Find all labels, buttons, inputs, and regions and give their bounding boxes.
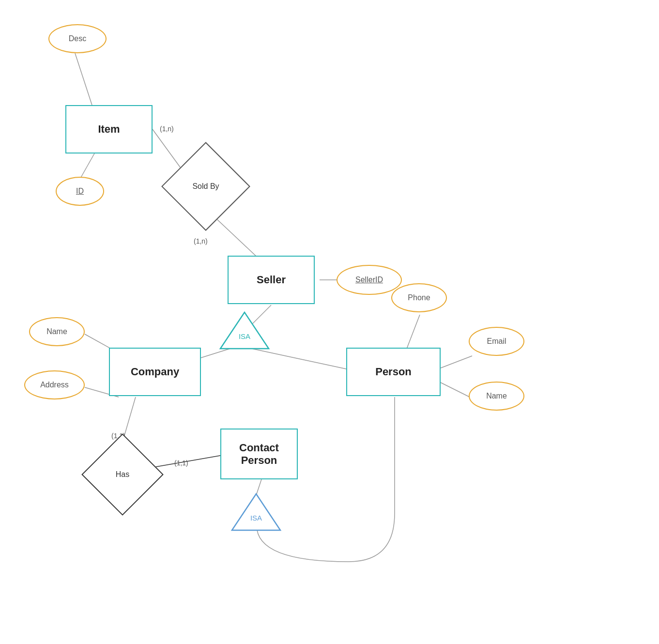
entity-company: Company xyxy=(109,348,201,396)
attr-seller-id: SellerID xyxy=(337,265,402,295)
attr-address: Address xyxy=(24,370,85,399)
svg-line-0 xyxy=(75,53,92,105)
rel-sold-by: Sold By xyxy=(174,155,237,218)
attr-phone: Phone xyxy=(391,283,447,312)
svg-line-1 xyxy=(80,153,94,179)
isa-triangle-1: ISA xyxy=(218,310,271,351)
entity-contact-person: Contact Person xyxy=(220,429,298,479)
entity-item: Item xyxy=(65,105,153,153)
connections-svg xyxy=(0,0,659,644)
attr-desc: Desc xyxy=(48,24,107,53)
card-has-contact: (1,1) xyxy=(174,459,188,467)
attr-email: Email xyxy=(469,327,524,356)
entity-seller: Seller xyxy=(228,256,315,304)
svg-text:ISA: ISA xyxy=(239,332,250,340)
card-item-soldby: (1,n) xyxy=(160,125,174,133)
svg-marker-18 xyxy=(232,494,280,530)
svg-marker-16 xyxy=(220,312,269,349)
attr-company-name: Name xyxy=(29,317,85,346)
svg-text:ISA: ISA xyxy=(250,514,262,522)
svg-line-15 xyxy=(441,383,470,397)
isa-triangle-2: ISA xyxy=(230,491,283,533)
attr-person-name: Name xyxy=(469,382,524,411)
svg-line-7 xyxy=(252,349,349,369)
svg-line-14 xyxy=(441,356,472,368)
rel-has: Has xyxy=(93,445,152,504)
attr-id: ID xyxy=(56,177,104,206)
entity-person: Person xyxy=(346,348,441,396)
er-diagram: Desc Item ID (1,n) Sold By (1,n) Seller … xyxy=(0,0,659,644)
card-soldby-seller: (1,n) xyxy=(194,237,208,245)
svg-line-3 xyxy=(215,218,257,257)
